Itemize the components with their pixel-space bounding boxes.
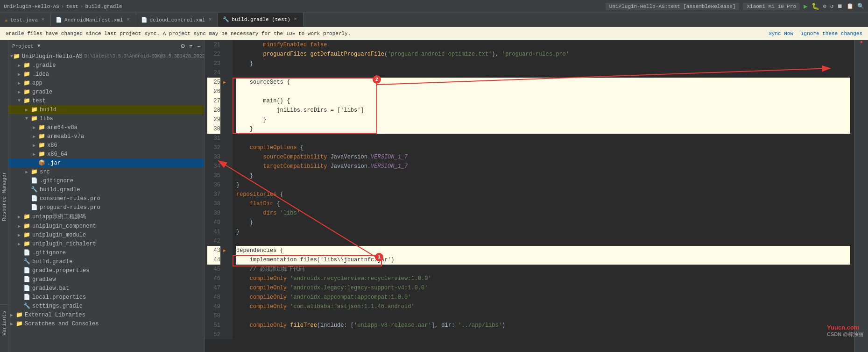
sync-now-link[interactable]: Sync Now <box>769 31 793 36</box>
sidebar-item-build[interactable]: ▶ 📁 build <box>8 105 204 114</box>
run-config-label: test <box>66 4 78 9</box>
editor-content[interactable]: 21 22 23 24 25 26 27 28 29 30 31 32 33 3… <box>205 40 854 352</box>
label-uniplugin-module: uniplugin_module <box>32 232 86 238</box>
label-gitignore-root: .gitignore <box>32 250 66 256</box>
label-idea: .idea <box>32 71 49 78</box>
sidebar-item-idea[interactable]: ▶ 📁 .idea <box>8 70 204 79</box>
sidebar-settings-icon[interactable]: ⚙ <box>181 42 184 50</box>
tab-close-gradle[interactable]: × <box>293 16 298 22</box>
label-build-gradle-root: build.gradle <box>32 259 72 265</box>
sidebar-item-uniplugin-module[interactable]: ▶ 📁 uniplugin_module <box>8 230 204 239</box>
code-line-35: } <box>236 171 850 180</box>
sidebar-item-root[interactable]: ▼ 📁 UniPlugin-Hello-AS D:\latest\3.5.3\A… <box>8 52 204 61</box>
sidebar-item-build-gradle[interactable]: 🔧 build.gradle <box>8 185 204 194</box>
sidebar-item-src[interactable]: ▶ 📁 src <box>8 167 204 176</box>
sidebar-item-gradlew-bat[interactable]: 📄 gradlew.bat <box>8 284 204 293</box>
search-button[interactable]: 🔍 <box>857 3 864 10</box>
sidebar-item-jar[interactable]: 📦 .jar <box>8 158 204 167</box>
toolbar-icon-2[interactable]: ↺ <box>830 3 833 10</box>
editor-area: 21 22 23 24 25 26 27 28 29 30 31 32 33 3… <box>205 40 854 352</box>
label-jar: .jar <box>47 160 85 166</box>
sidebar: Project ▼ ⚙ ⇄ — ▼ 📁 UniPlugin-Hello-AS D… <box>8 40 205 352</box>
sidebar-item-gitignore-test[interactable]: 📄 .gitignore <box>8 176 204 185</box>
label-gitignore-test: .gitignore <box>40 178 73 184</box>
fold-icon-25[interactable]: ▶ <box>223 79 226 85</box>
label-local-properties: local.properties <box>32 294 86 301</box>
folder-icon-richalert: 📁 <box>23 240 30 247</box>
code-line-25: sourceSets { <box>236 78 850 87</box>
sidebar-item-gradle2[interactable]: ▶ 📁 gradle <box>8 87 204 96</box>
code-line-32: compileOptions { <box>236 143 850 152</box>
tab-build-gradle[interactable]: 🔧 build.gradle (test) × <box>218 13 303 27</box>
project-label: UniPlugin-Hello-AS <box>4 4 59 9</box>
code-line-30: } <box>236 124 850 134</box>
sidebar-item-gradle[interactable]: ▶ 📁 .gradle <box>8 61 204 70</box>
sidebar-item-libs[interactable]: ▼ 📁 libs <box>8 114 204 123</box>
root-label: UniPlugin-Hello-AS <box>22 53 83 60</box>
sidebar-minimize-icon[interactable]: — <box>197 43 200 49</box>
ignore-changes-link[interactable]: Ignore these changes <box>801 31 862 36</box>
sidebar-item-local-properties[interactable]: 📄 local.properties <box>8 293 204 302</box>
toolbar-icon-3[interactable]: ⏹ <box>837 3 843 10</box>
sidebar-sync-icon[interactable]: ⇄ <box>190 43 193 49</box>
watermark-yuucn: Yuucn.com <box>827 324 863 331</box>
label-uniapp-source: uniapp示例工程源码 <box>32 213 86 221</box>
sidebar-item-build-gradle-root[interactable]: 🔧 build.gradle <box>8 257 204 266</box>
label-scratches: Scratches and Consoles <box>25 321 99 327</box>
sidebar-item-gradle-properties[interactable]: 📄 gradle.properties <box>8 266 204 275</box>
tab-icon-gradle: 🔧 <box>223 16 229 22</box>
jar-file-icon: 📦 <box>38 159 45 166</box>
sidebar-item-arm64[interactable]: ▶ 📁 arm64-v8a <box>8 123 204 132</box>
sidebar-item-gradlew[interactable]: 📄 gradlew <box>8 275 204 284</box>
toolbar-icon-1[interactable]: ⚙ <box>823 3 826 10</box>
sidebar-item-proguard-rules[interactable]: 📄 proguard-rules.pro <box>8 203 204 212</box>
code-view: 21 22 23 24 25 26 27 28 29 30 31 32 33 3… <box>205 40 854 339</box>
label-consumer-rules: consumer-rules.pro <box>40 195 100 202</box>
variants-tab[interactable]: Variants <box>0 304 8 342</box>
folder-icon-gradle2: 📁 <box>23 88 30 95</box>
sidebar-item-armeabi[interactable]: ▶ 📁 armeabi-v7a <box>8 132 204 141</box>
code-line-40: } <box>236 218 850 227</box>
code-line-26 <box>236 87 850 96</box>
sidebar-item-scratches[interactable]: ▶ 📁 Scratches and Consoles <box>8 319 204 328</box>
fold-icon-43[interactable]: ▶ <box>223 248 226 253</box>
sidebar-item-settings-gradle[interactable]: 🔧 settings.gradle <box>8 302 204 310</box>
code-line-27: main() { <box>236 96 850 106</box>
tab-android-manifest[interactable]: 📄 AndroidManifest.xml × <box>51 13 136 27</box>
tab-test-java[interactable]: ☕ test.java × <box>0 13 51 27</box>
label-arm64: arm64-v8a <box>47 124 78 131</box>
sidebar-item-test[interactable]: ▼ 📁 test <box>8 96 204 105</box>
code-line-51: compileOnly fileTree(include: ['uniapp-v… <box>236 321 850 330</box>
sidebar-item-external-libraries[interactable]: ▶ 📁 External Libraries <box>8 310 204 319</box>
run-button[interactable]: ▶ <box>804 2 807 10</box>
folder-icon-arm64: 📁 <box>38 124 45 131</box>
folder-icon-uniapp: 📁 <box>23 213 30 220</box>
device-display[interactable]: Xiaomi Mi 10 Pro <box>743 3 800 10</box>
badge-2: 2 <box>373 75 381 84</box>
sidebar-dropdown-icon[interactable]: ▼ <box>37 43 40 49</box>
notification-actions: Sync Now Ignore these changes <box>769 31 862 36</box>
sidebar-item-gitignore-root[interactable]: 📄 .gitignore <box>8 248 204 257</box>
sidebar-item-app[interactable]: ▶ 📁 app <box>8 79 204 87</box>
code-line-48: compileOnly 'androidx.appcompat:appcompa… <box>236 293 850 302</box>
tab-close-test-java[interactable]: × <box>40 17 46 23</box>
tab-dcloud-control[interactable]: 📄 dcloud_control.xml × <box>136 13 219 27</box>
code-line-43: dependencies { <box>236 246 850 255</box>
tab-close-dcloud[interactable]: × <box>207 17 213 23</box>
run-config-display[interactable]: UniPlugin-Hello-AS:test [assembleRelease… <box>606 3 740 10</box>
sep1: › <box>61 4 64 9</box>
sidebar-item-consumer-rules[interactable]: 📄 consumer-rules.pro <box>8 194 204 203</box>
watermark-csdn: CSDN @梓浊丽 <box>827 331 863 338</box>
sidebar-item-uniplugin-richalert[interactable]: ▶ 📁 uniplugin_richalert <box>8 239 204 248</box>
toolbar-icon-4[interactable]: 📋 <box>847 3 854 10</box>
debug-button[interactable]: 🐛 <box>812 2 819 10</box>
notification-bar: Gradle files have changed since last pro… <box>0 27 868 40</box>
label-uniplugin-component: uniplugin_component <box>32 223 96 230</box>
gradle-file-icon: 🔧 <box>31 186 38 193</box>
breadcrumb: UniPlugin-Hello-AS › test › build.gradle <box>4 4 122 9</box>
sidebar-item-x86[interactable]: ▶ 📁 x86 <box>8 141 204 150</box>
sidebar-item-x86-64[interactable]: ▶ 📁 x86_64 <box>8 150 204 158</box>
tab-close-manifest[interactable]: × <box>125 17 131 23</box>
sidebar-item-uniapp-source[interactable]: ▶ 📁 uniapp示例工程源码 <box>8 212 204 222</box>
sidebar-item-uniplugin-component[interactable]: ▶ 📁 uniplugin_component <box>8 222 204 230</box>
